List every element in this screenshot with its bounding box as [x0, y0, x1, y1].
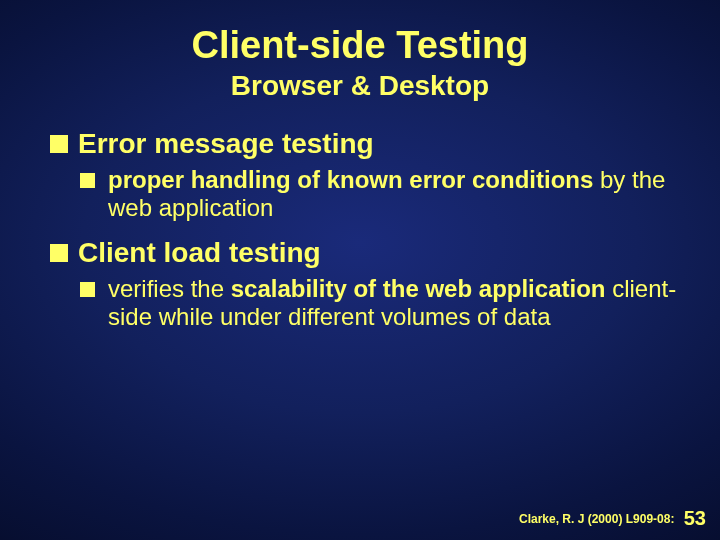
bold-span: proper handling of known error condition…: [108, 166, 593, 193]
page-number: 53: [684, 507, 706, 529]
normal-span: verifies the: [108, 275, 231, 302]
bullet-l1: Error message testing: [50, 128, 680, 160]
bullet-l2: verifies the scalability of the web appl…: [80, 275, 680, 332]
bullet-l1: Client load testing: [50, 237, 680, 269]
bullet-l2-text: verifies the scalability of the web appl…: [108, 275, 676, 330]
bullet-l1-text: Error message testing: [78, 128, 374, 159]
slide-body: Error message testing proper handling of…: [0, 128, 720, 332]
square-bullet-icon: [80, 282, 95, 297]
bullet-l1-text: Client load testing: [78, 237, 321, 268]
square-bullet-icon: [50, 135, 68, 153]
slide-subtitle: Browser & Desktop: [0, 70, 720, 102]
bold-span: scalability of the web application: [231, 275, 606, 302]
footer-citation: Clarke, R. J (2000) L909-08:: [519, 512, 674, 526]
square-bullet-icon: [80, 173, 95, 188]
bullet-l2-text: proper handling of known error condition…: [108, 166, 665, 221]
slide-footer: Clarke, R. J (2000) L909-08: 53: [519, 507, 706, 530]
square-bullet-icon: [50, 244, 68, 262]
slide-title: Client-side Testing: [0, 0, 720, 66]
slide: Client-side Testing Browser & Desktop Er…: [0, 0, 720, 540]
bullet-l2: proper handling of known error condition…: [80, 166, 680, 223]
